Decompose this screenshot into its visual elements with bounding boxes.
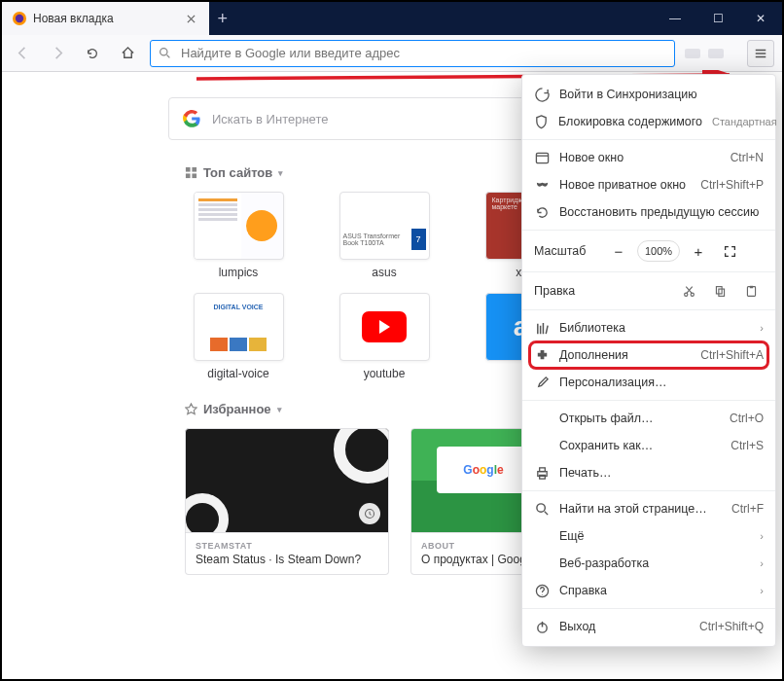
svg-rect-6 <box>192 173 196 178</box>
url-input[interactable] <box>179 45 666 61</box>
menu-sync[interactable]: Войти в Синхронизацию <box>522 81 775 108</box>
tile-thumb <box>194 192 284 260</box>
svg-point-11 <box>684 293 687 296</box>
menu-edit: Правка <box>522 276 775 305</box>
svg-rect-5 <box>186 173 191 178</box>
help-icon <box>534 583 550 598</box>
addons-icon <box>534 347 550 363</box>
new-tab-button[interactable]: + <box>209 2 236 35</box>
top-site-tile[interactable]: youtube <box>331 293 438 380</box>
menu-find[interactable]: Найти на этой странице…Ctrl+F <box>522 495 775 522</box>
home-button[interactable] <box>115 41 140 66</box>
svg-point-12 <box>691 293 694 296</box>
menu-restore-session[interactable]: Восстановить предыдущую сессию <box>522 198 775 226</box>
search-icon <box>159 47 171 59</box>
brush-icon <box>534 375 550 390</box>
chevron-right-icon: › <box>760 585 764 596</box>
app-menu-button[interactable] <box>747 40 774 67</box>
forward-button[interactable] <box>45 41 70 66</box>
window-minimize-button[interactable]: — <box>654 2 696 35</box>
google-logo-icon <box>183 110 200 127</box>
zoom-in-button[interactable]: + <box>686 239 711 263</box>
svg-point-1 <box>16 15 23 22</box>
menu-new-private[interactable]: Новое приватное окноCtrl+Shift+P <box>522 171 775 198</box>
top-site-tile[interactable]: ASUS Transformer Book T100TA7 asus <box>331 192 438 279</box>
chevron-right-icon: › <box>760 557 764 569</box>
menu-new-window[interactable]: Новое окноCtrl+N <box>522 144 775 171</box>
cut-button[interactable] <box>676 279 701 303</box>
menu-more[interactable]: Ещё› <box>522 522 775 550</box>
highlight-thumb <box>185 428 389 533</box>
reload-button[interactable] <box>80 41 105 66</box>
menu-webdev[interactable]: Веб-разработка› <box>522 550 775 577</box>
window-close-button[interactable]: ✕ <box>739 2 782 35</box>
clock-icon <box>359 503 380 524</box>
sync-icon <box>534 87 550 102</box>
nav-toolbar <box>2 35 782 72</box>
shield-icon <box>534 114 549 129</box>
title-bar: Новая вкладка + — ☐ ✕ <box>2 2 782 35</box>
grid-icon <box>185 166 197 179</box>
library-icon <box>534 320 550 336</box>
tile-thumb <box>339 293 430 361</box>
svg-point-20 <box>536 503 544 511</box>
copy-button[interactable] <box>707 279 732 303</box>
menu-addons[interactable]: ДополненияCtrl+Shift+A <box>522 341 775 369</box>
chevron-right-icon: › <box>760 530 764 542</box>
fullscreen-button[interactable] <box>717 239 742 263</box>
tile-thumb: ASUS Transformer Book T100TA7 <box>339 192 430 260</box>
top-site-tile[interactable]: DIGITAL VOICE digital-voice <box>185 293 292 380</box>
highlights-icon <box>185 403 197 415</box>
toolbar-extensions-area <box>685 47 737 60</box>
svg-rect-4 <box>192 167 196 172</box>
menu-print[interactable]: Печать… <box>522 459 775 486</box>
search-placeholder: Искать в Интернете <box>212 112 328 126</box>
svg-rect-3 <box>186 167 191 172</box>
svg-rect-16 <box>749 285 752 287</box>
back-button[interactable] <box>10 41 35 66</box>
top-site-tile[interactable]: lumpics <box>185 192 292 279</box>
window-icon <box>534 150 550 165</box>
menu-content-blocking[interactable]: Блокировка содержимого Стандартная <box>522 108 775 135</box>
chevron-down-icon: ▾ <box>277 405 282 414</box>
highlight-tile[interactable]: STEAMSTAT Steam Status · Is Steam Down? <box>185 428 389 575</box>
menu-open-file[interactable]: Открыть файл…Ctrl+O <box>522 405 775 432</box>
print-icon <box>534 465 550 481</box>
zoom-level[interactable]: 100% <box>637 240 680 262</box>
menu-save-as[interactable]: Сохранить как…Ctrl+S <box>522 432 775 459</box>
chevron-down-icon: ▾ <box>278 168 283 178</box>
firefox-icon <box>12 11 27 26</box>
svg-rect-18 <box>539 467 545 471</box>
tile-thumb: DIGITAL VOICE <box>194 293 284 361</box>
menu-zoom: Масштаб − 100% + <box>522 234 775 268</box>
chevron-right-icon: › <box>760 322 764 334</box>
mask-icon <box>534 177 550 193</box>
svg-rect-10 <box>536 153 548 162</box>
app-menu-panel: Войти в Синхронизацию Блокировка содержи… <box>521 74 776 647</box>
paste-button[interactable] <box>738 279 764 303</box>
svg-point-2 <box>160 49 167 55</box>
tab-close-icon[interactable] <box>184 11 199 26</box>
restore-icon <box>534 204 550 220</box>
window-maximize-button[interactable]: ☐ <box>696 2 739 35</box>
tab-new[interactable]: Новая вкладка <box>2 2 209 35</box>
menu-library[interactable]: Библиотека› <box>522 314 775 341</box>
svg-rect-19 <box>539 475 545 479</box>
search-icon <box>534 501 550 517</box>
power-icon <box>534 619 550 634</box>
menu-help[interactable]: Справка› <box>522 577 775 604</box>
menu-customize[interactable]: Персонализация… <box>522 369 775 396</box>
tab-title: Новая вкладка <box>33 12 114 25</box>
zoom-out-button[interactable]: − <box>606 239 631 263</box>
url-bar[interactable] <box>150 40 675 67</box>
menu-exit[interactable]: ВыходCtrl+Shift+Q <box>522 613 775 640</box>
